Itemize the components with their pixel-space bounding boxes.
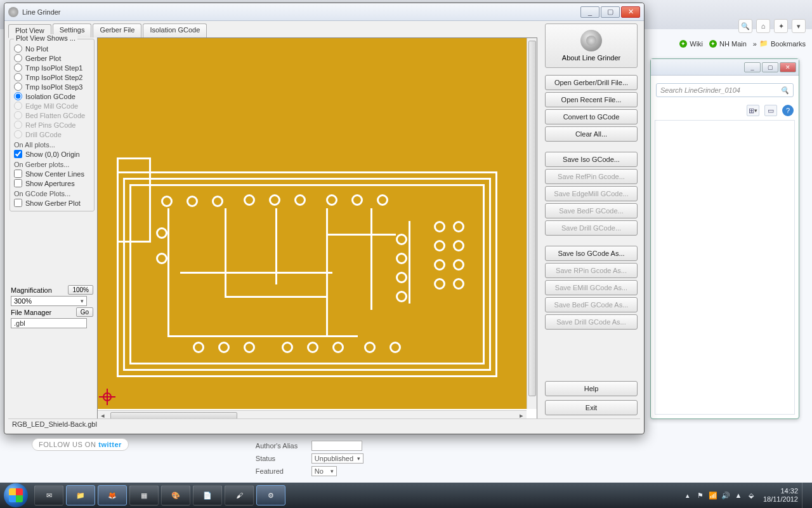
radio[interactable] xyxy=(14,54,22,62)
show-apertures-check[interactable]: Show Apertures xyxy=(14,179,91,187)
alias-input[interactable] xyxy=(311,441,362,451)
gerber-plots-label: On Gerber plots... xyxy=(14,161,91,168)
show-center-lines-check[interactable]: Show Center Lines xyxy=(14,170,91,178)
scroll-thumb[interactable] xyxy=(528,41,536,396)
checkbox[interactable] xyxy=(14,150,22,158)
search-placeholder: Search LineGrinder_0104 xyxy=(660,86,740,94)
open-recent-file--button[interactable]: Open Recent File... xyxy=(545,92,638,107)
radio[interactable] xyxy=(14,73,22,81)
taskbar-app-paint[interactable]: 🖌 xyxy=(225,485,254,505)
exit-button[interactable]: Exit xyxy=(545,400,638,415)
plot-radio-tmp-isoplot-step1[interactable]: Tmp IsoPlot Step1 xyxy=(14,64,91,72)
taskbar-app-firefox[interactable]: 🦊 xyxy=(98,485,127,505)
taskbar-app-excel[interactable]: ▦ xyxy=(129,485,159,505)
help-button[interactable]: Help xyxy=(545,381,638,396)
checkbox[interactable] xyxy=(14,199,22,207)
open-gerber-drill-file--button[interactable]: Open Gerber/Drill File... xyxy=(545,75,638,90)
taskbar-app-linegrinder[interactable]: ⚙ xyxy=(256,485,285,505)
magnification-reset-button[interactable]: 100% xyxy=(68,285,93,295)
maximize-button[interactable]: ▢ xyxy=(601,6,620,18)
file-manager-label: File Manager xyxy=(11,309,51,316)
plot-radio-isolation-gcode[interactable]: Isolation GCode xyxy=(14,92,91,100)
file-manager-input[interactable]: .gbl xyxy=(11,318,87,328)
view-icon[interactable]: ⊞ ▾ xyxy=(747,105,759,116)
featured-select[interactable]: No▾ xyxy=(311,466,337,476)
search-icon[interactable]: 🔍 xyxy=(738,19,752,33)
file-manager-go-button[interactable]: Go xyxy=(76,307,93,317)
maximize-button[interactable]: ▢ xyxy=(762,62,778,72)
bookmark-nhmain[interactable]: ✦NH Main xyxy=(709,40,747,48)
radio-label: Tmp IsoPlot Step2 xyxy=(25,74,83,81)
taskbar-app-notepad[interactable]: 📄 xyxy=(193,485,222,505)
show-origin-check[interactable]: Show (0,0) Origin xyxy=(14,150,91,158)
minimize-button[interactable]: _ xyxy=(744,62,761,72)
explorer-titlebar[interactable]: _ ▢ ✕ xyxy=(651,59,799,76)
tray-drive-icon[interactable]: ▲ xyxy=(734,491,743,500)
tray-up-icon[interactable]: ▴ xyxy=(683,491,692,500)
start-button[interactable] xyxy=(4,483,28,507)
taskbar-app-gimp[interactable]: 🎨 xyxy=(161,485,190,505)
radio[interactable] xyxy=(14,64,22,72)
gcode-plots-label: On GCode Plots... xyxy=(14,190,91,197)
clear-all--button[interactable]: Clear All... xyxy=(545,126,638,142)
chevron-down-icon: ▾ xyxy=(81,298,84,304)
help-icon[interactable]: ? xyxy=(782,105,794,116)
save-iso-gcode--button[interactable]: Save Iso GCode... xyxy=(545,152,638,167)
checkbox[interactable] xyxy=(14,170,22,178)
save-emill-gcode-as--button: Save EMill GCode As... xyxy=(545,280,638,295)
twitter-label: twitter xyxy=(98,441,122,448)
vertical-scrollbar[interactable] xyxy=(527,38,537,409)
bookmark-bar: ✦Wiki ✦NH Main » 📁Bookmarks xyxy=(679,39,806,48)
tray-flag-icon[interactable]: ⚑ xyxy=(696,491,705,500)
taskbar-clock[interactable]: 14:32 18/11/2012 xyxy=(763,487,798,504)
follow-twitter-button[interactable]: FOLLOW US ON twitter xyxy=(32,438,129,451)
about-box[interactable]: About Line Grinder xyxy=(545,23,638,68)
explorer-search[interactable]: Search LineGrinder_0104 🔍 xyxy=(656,83,794,97)
save-iso-gcode-as--button[interactable]: Save Iso GCode As... xyxy=(545,246,638,261)
taskbar-app-thunderbird[interactable]: ✉ xyxy=(34,485,63,505)
close-button[interactable]: ✕ xyxy=(621,6,640,18)
save-bedf-gcode--button: Save BedF GCode... xyxy=(545,203,638,218)
explorer-toolbar: ⊞ ▾ ▭ ? xyxy=(656,105,794,116)
explorer-body[interactable] xyxy=(655,120,795,415)
home-icon[interactable]: ⌂ xyxy=(756,19,770,33)
plot-radio-gerber-plot[interactable]: Gerber Plot xyxy=(14,54,91,62)
system-tray[interactable]: ▴ ⚑ 📶 🔊 ▲ ⬙ 14:32 18/11/2012 xyxy=(683,487,802,504)
gear-icon xyxy=(580,30,602,51)
radio-label: Tmp IsoPlot Step3 xyxy=(25,83,83,91)
radio[interactable] xyxy=(14,92,22,100)
about-label: About Line Grinder xyxy=(562,54,620,62)
close-button[interactable]: ✕ xyxy=(780,62,796,72)
radio xyxy=(14,121,22,129)
sparkle-icon[interactable]: ✦ xyxy=(774,19,788,33)
radio[interactable] xyxy=(14,83,22,91)
checkbox[interactable] xyxy=(14,179,22,187)
radio[interactable] xyxy=(14,44,22,53)
tab-isolation-gcode[interactable]: Isolation GCode xyxy=(143,23,207,37)
save-refpin-gcode--button: Save RefPin Gcode... xyxy=(545,169,638,184)
bookmark-folder[interactable]: » 📁Bookmarks xyxy=(753,39,806,48)
convert-to-gcode-button[interactable]: Convert to GCode xyxy=(545,109,638,124)
taskbar-app-explorer[interactable]: 📁 xyxy=(66,485,95,505)
menu-icon[interactable]: ▾ xyxy=(792,19,806,33)
preview-icon[interactable]: ▭ xyxy=(764,105,777,116)
save-bedf-gcode-as--button: Save BedF GCode As... xyxy=(545,297,638,312)
clock-time: 14:32 xyxy=(763,487,798,495)
plot-radio-edge-mill-gcode: Edge Mill GCode xyxy=(14,102,91,110)
bookmark-wiki[interactable]: ✦Wiki xyxy=(679,40,703,48)
show-desktop-button[interactable] xyxy=(802,483,808,508)
plot-radio-tmp-isoplot-step2[interactable]: Tmp IsoPlot Step2 xyxy=(14,73,91,81)
all-plots-label: On All plots... xyxy=(14,141,91,149)
tray-volume-icon[interactable]: 🔊 xyxy=(721,491,730,500)
plot-canvas[interactable] xyxy=(98,38,527,409)
plot-radio-no-plot[interactable]: No Plot xyxy=(14,44,91,53)
magnification-select[interactable]: 300% ▾ xyxy=(11,296,87,306)
tab-gerber-file[interactable]: Gerber File xyxy=(93,23,141,37)
plot-radio-tmp-isoplot-step3[interactable]: Tmp IsoPlot Step3 xyxy=(14,83,91,91)
tray-dropbox-icon[interactable]: ⬙ xyxy=(747,491,756,500)
titlebar[interactable]: Line Grinder _ ▢ ✕ xyxy=(4,3,644,21)
status-select[interactable]: Unpublished▾ xyxy=(311,453,363,464)
show-gerber-plot-check[interactable]: Show Gerber Plot xyxy=(14,199,91,207)
tray-network-icon[interactable]: 📶 xyxy=(709,491,717,500)
minimize-button[interactable]: _ xyxy=(580,6,599,18)
